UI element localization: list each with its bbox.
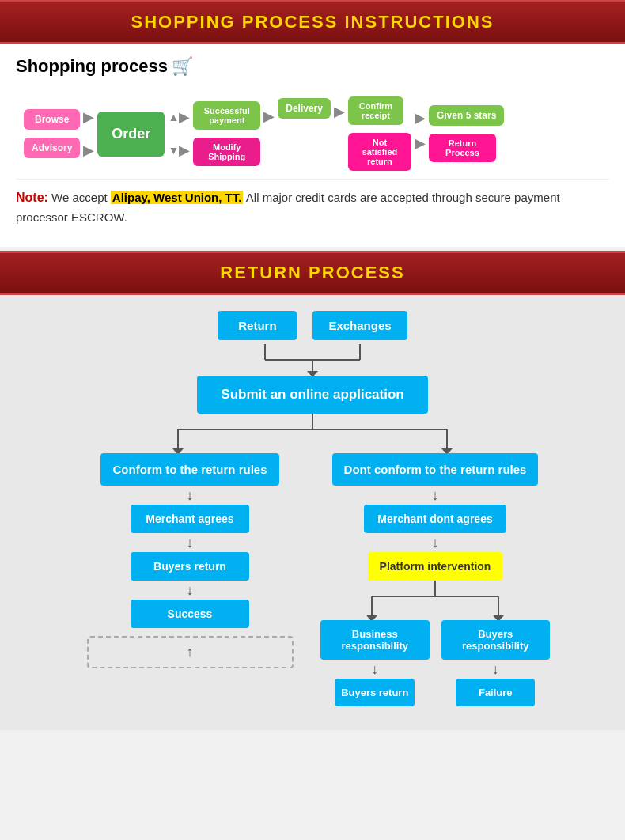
top-connector-svg [210, 344, 415, 376]
final-arrows: ▶ ▶ [415, 106, 426, 161]
submit-application-box: Submit an online application [197, 376, 427, 414]
conform-box: Conform to the return rules [100, 453, 278, 486]
note-label: Note: [16, 191, 48, 204]
buyers-return-left-box: Buyers return [131, 552, 249, 581]
note-prefix: We accept [51, 191, 111, 204]
browse-box: Browse [24, 109, 80, 130]
business-resp-box: Business responsibility [320, 620, 430, 660]
confirm-receipt-box: Confirm receipt [348, 96, 403, 125]
order-arrows: ▲ ▶ ▼ ▶ [168, 102, 190, 165]
sub-left: Business responsibility ↓ Buyers return [320, 620, 430, 706]
sub-split: Business responsibility ↓ Buyers return … [320, 620, 550, 706]
return-title: RETURN PROCESS [0, 263, 625, 283]
platform-box: Platform intervention [368, 552, 503, 581]
v-arrow-2: ↓ [182, 535, 198, 550]
header-banner: SHOPPING PROCESS INSTRUCTIONS [0, 0, 625, 44]
delivery-arrow: ▶ [334, 103, 345, 120]
merchant-dont-box: Merchant dont agrees [364, 505, 506, 533]
not-satisfied-box: Not satisfied return [348, 133, 411, 171]
shopping-section: Shopping process 🛒 Browse Advisory ▶ ▶ O… [0, 44, 625, 247]
advisory-box: Advisory [24, 138, 80, 158]
split-connector-svg [99, 414, 526, 453]
mid-arrows: ▶ [263, 106, 275, 161]
buyers-resp-box: Buyers responsibility [441, 620, 551, 660]
note-text: Note: We accept Alipay, West Union, TT. … [16, 187, 609, 227]
browse-advisory-col: Browse Advisory [24, 109, 80, 158]
delivery-box: Delivery [278, 98, 331, 119]
left-branch: Conform to the return rules ↓ Merchant a… [75, 453, 305, 706]
return-flow: Return Exchanges Submit an online applic… [12, 311, 613, 706]
split-container: Conform to the return rules ↓ Merchant a… [75, 453, 550, 706]
note-section: Note: We accept Alipay, West Union, TT. … [16, 179, 609, 231]
note-highlight: Alipay, West Union, TT. [111, 191, 244, 204]
section-title: Shopping process 🛒 [16, 56, 609, 77]
header-title: SHOPPING PROCESS INSTRUCTIONS [0, 12, 625, 32]
shopping-cart-icon: 🛒 [172, 56, 193, 77]
merchant-agrees-box: Merchant agrees [131, 505, 249, 533]
dont-conform-box: Dont conform to the return rules [332, 453, 539, 486]
return-section: Return Exchanges Submit an online applic… [0, 295, 625, 730]
v-arrow-3: ↓ [182, 583, 198, 597]
payment-modify-col: Successful payment Modify Shipping [193, 101, 260, 166]
v-arrow-1: ↓ [182, 488, 198, 502]
given-5-stars-box: Given 5 stars [429, 105, 504, 126]
dashed-border-box: ↑ [87, 636, 294, 668]
exchanges-box: Exchanges [312, 311, 407, 340]
arrow-to-order: ▶ ▶ [83, 108, 94, 159]
buyers-return-right-box: Buyers return [335, 679, 415, 706]
top-boxes-row: Return Exchanges [218, 311, 407, 340]
order-box: Order [97, 112, 165, 157]
return-process-box: Return Process [429, 134, 496, 162]
return-box: Return [218, 311, 297, 340]
failure-box: Failure [456, 679, 535, 706]
right-branch: Dont conform to the return rules ↓ Merch… [320, 453, 550, 706]
sub-right: Buyers responsibility ↓ Failure [441, 620, 551, 706]
successful-payment-box: Successful payment [193, 101, 260, 130]
return-header: RETURN PROCESS [0, 251, 625, 295]
up-arrow-icon: ↑ [187, 644, 194, 660]
v-arrow-s1: ↓ [367, 662, 383, 676]
right-split-svg [324, 581, 546, 620]
svg-marker-4 [307, 371, 318, 376]
success-box: Success [131, 600, 249, 628]
shopping-flow: Browse Advisory ▶ ▶ Order ▲ ▶ ▼ ▶ Succes… [16, 93, 609, 179]
v-arrow-s2: ↓ [487, 662, 503, 676]
stars-return-col: Given 5 stars Return Process [429, 105, 504, 162]
modify-shipping-box: Modify Shipping [193, 138, 260, 166]
v-arrow-r1: ↓ [427, 488, 443, 502]
section-title-text: Shopping process [16, 56, 168, 77]
v-arrow-r2: ↓ [427, 535, 443, 550]
confirm-notsatisfied-col: Confirm receipt Not satisfied return [348, 96, 411, 171]
